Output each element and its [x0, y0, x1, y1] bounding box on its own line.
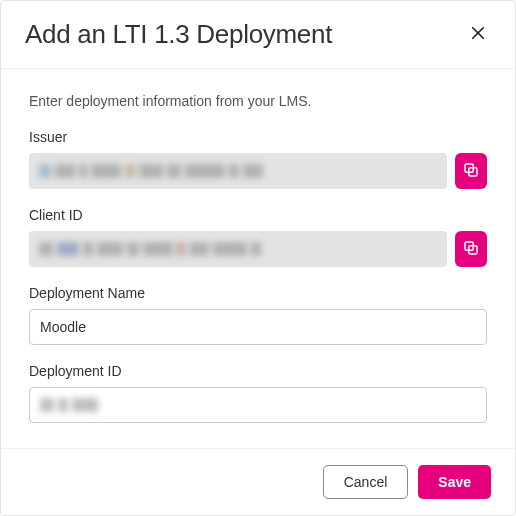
redacted-content	[39, 242, 261, 256]
deployment-id-field-group: Deployment ID	[29, 363, 487, 423]
dialog-body: Enter deployment information from your L…	[1, 69, 515, 448]
close-button[interactable]	[465, 20, 491, 49]
deployment-id-label: Deployment ID	[29, 363, 487, 379]
deployment-name-input[interactable]	[29, 309, 487, 345]
issuer-field-group: Issuer	[29, 129, 487, 189]
deployment-name-label: Deployment Name	[29, 285, 487, 301]
issuer-label: Issuer	[29, 129, 487, 145]
save-button[interactable]: Save	[418, 465, 491, 499]
intro-text: Enter deployment information from your L…	[29, 93, 487, 109]
client-id-label: Client ID	[29, 207, 487, 223]
copy-client-id-button[interactable]	[455, 231, 487, 267]
cancel-button[interactable]: Cancel	[323, 465, 409, 499]
dialog-header: Add an LTI 1.3 Deployment	[1, 1, 515, 69]
redacted-content	[40, 398, 98, 412]
client-id-value	[29, 231, 447, 267]
dialog-title: Add an LTI 1.3 Deployment	[25, 19, 332, 50]
client-id-field-group: Client ID	[29, 207, 487, 267]
deployment-id-input[interactable]	[29, 387, 487, 423]
add-lti-deployment-dialog: Add an LTI 1.3 Deployment Enter deployme…	[0, 0, 516, 516]
copy-issuer-button[interactable]	[455, 153, 487, 189]
dialog-footer: Cancel Save	[1, 448, 515, 515]
copy-icon	[462, 161, 480, 182]
close-icon	[469, 24, 487, 46]
redacted-content	[39, 164, 263, 178]
issuer-value	[29, 153, 447, 189]
deployment-name-field-group: Deployment Name	[29, 285, 487, 345]
copy-icon	[462, 239, 480, 260]
